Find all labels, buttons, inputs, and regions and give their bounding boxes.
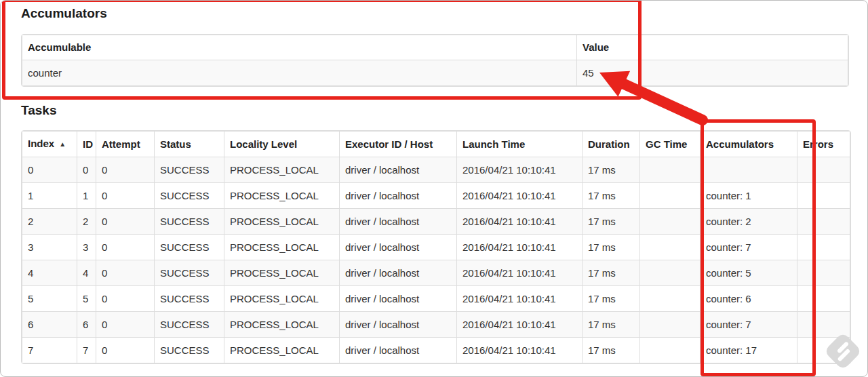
column-header-label: Launch Time <box>462 138 525 150</box>
header-row: Index▲IDAttemptStatusLocality LevelExecu… <box>22 132 850 157</box>
cell-launch-time: 2016/04/21 10:10:41 <box>457 312 583 338</box>
column-header-accumulable[interactable]: Accumulable <box>22 35 577 60</box>
cell-attempt: 0 <box>96 183 155 209</box>
cell-errors <box>797 260 850 286</box>
cell-attempt: 0 <box>96 235 155 260</box>
column-header-label: Index <box>28 138 54 149</box>
cell-errors <box>797 183 850 209</box>
column-header-status[interactable]: Status <box>155 132 224 157</box>
cell-gc-time <box>640 209 701 235</box>
cell-id: 4 <box>77 260 96 286</box>
column-header-id[interactable]: ID <box>77 132 96 157</box>
cell-accumulators: counter: 6 <box>701 286 797 312</box>
table-row: 550SUCCESSPROCESS_LOCALdriver / localhos… <box>22 286 850 312</box>
cell-gc-time <box>640 183 701 209</box>
cell-locality-level: PROCESS_LOCAL <box>224 260 340 286</box>
cell-locality-level: PROCESS_LOCAL <box>224 312 340 338</box>
cell-launch-time: 2016/04/21 10:10:41 <box>457 209 583 235</box>
table-row: 440SUCCESSPROCESS_LOCALdriver / localhos… <box>22 260 850 286</box>
cell-gc-time <box>640 338 701 363</box>
cell-attempt: 0 <box>96 157 155 183</box>
cell-value: 45 <box>577 60 848 86</box>
cell-launch-time: 2016/04/21 10:10:41 <box>457 183 583 209</box>
cell-status: SUCCESS <box>155 286 224 312</box>
column-header-label: Accumulable <box>28 41 91 53</box>
cell-id: 2 <box>77 209 96 235</box>
cell-attempt: 0 <box>96 312 155 338</box>
column-header-label: Attempt <box>102 138 140 150</box>
cell-accumulators: counter: 2 <box>701 209 797 235</box>
cell-accumulators: counter: 7 <box>701 235 797 260</box>
cell-errors <box>797 286 850 312</box>
table-row: 220SUCCESSPROCESS_LOCALdriver / localhos… <box>22 209 850 235</box>
cell-accumulators: counter: 17 <box>701 338 797 363</box>
cell-index: 5 <box>22 286 77 312</box>
cell-index: 6 <box>22 312 77 338</box>
column-header-index[interactable]: Index▲ <box>22 132 77 157</box>
cell-status: SUCCESS <box>155 338 224 363</box>
cell-id: 6 <box>77 312 96 338</box>
column-header-label: Duration <box>588 138 630 150</box>
column-header-label: Locality Level <box>230 138 297 150</box>
cell-id: 3 <box>77 235 96 260</box>
cell-errors <box>797 157 850 183</box>
cell-locality-level: PROCESS_LOCAL <box>224 183 340 209</box>
accumulators-section-title: Accumulators <box>21 6 107 21</box>
cell-index: 0 <box>22 157 77 183</box>
column-header-attempt[interactable]: Attempt <box>96 132 155 157</box>
column-header-label: Errors <box>803 138 833 150</box>
cell-errors <box>797 235 850 260</box>
cell-accumulable: counter <box>22 60 577 86</box>
cell-accumulators <box>701 157 797 183</box>
cell-gc-time <box>640 286 701 312</box>
column-header-value[interactable]: Value <box>577 35 848 60</box>
cell-duration: 17 ms <box>583 235 640 260</box>
spark-ui-stage-page: Accumulators AccumulableValue counter45 … <box>0 0 868 377</box>
cell-gc-time <box>640 157 701 183</box>
cell-status: SUCCESS <box>155 157 224 183</box>
column-header-executor-id-host[interactable]: Executor ID / Host <box>340 132 457 157</box>
column-header-launch-time[interactable]: Launch Time <box>457 132 583 157</box>
cell-duration: 17 ms <box>583 286 640 312</box>
sort-ascending-icon: ▲ <box>59 140 66 148</box>
cell-accumulators: counter: 5 <box>701 260 797 286</box>
column-header-gc-time[interactable]: GC Time <box>640 132 701 157</box>
column-header-label: ID <box>83 138 93 150</box>
cell-gc-time <box>640 260 701 286</box>
cell-duration: 17 ms <box>583 312 640 338</box>
cell-executor-id-host: driver / localhost <box>340 183 457 209</box>
cell-locality-level: PROCESS_LOCAL <box>224 209 340 235</box>
cell-launch-time: 2016/04/21 10:10:41 <box>457 286 583 312</box>
column-header-accumulators[interactable]: Accumulators <box>701 132 797 157</box>
cell-duration: 17 ms <box>583 209 640 235</box>
column-header-locality-level[interactable]: Locality Level <box>224 132 340 157</box>
cell-errors <box>797 209 850 235</box>
cell-index: 3 <box>22 235 77 260</box>
cell-duration: 17 ms <box>583 183 640 209</box>
column-header-errors[interactable]: Errors <box>797 132 850 157</box>
tasks-section-title: Tasks <box>21 103 56 118</box>
cell-attempt: 0 <box>96 338 155 363</box>
cell-executor-id-host: driver / localhost <box>340 235 457 260</box>
table-row: 770SUCCESSPROCESS_LOCALdriver / localhos… <box>22 338 850 363</box>
cell-index: 7 <box>22 338 77 363</box>
cell-executor-id-host: driver / localhost <box>340 209 457 235</box>
cell-id: 0 <box>77 157 96 183</box>
table-row: 000SUCCESSPROCESS_LOCALdriver / localhos… <box>22 157 850 183</box>
cell-status: SUCCESS <box>155 260 224 286</box>
cell-id: 5 <box>77 286 96 312</box>
accumulators-table: AccumulableValue counter45 <box>21 34 849 87</box>
column-header-duration[interactable]: Duration <box>583 132 640 157</box>
cell-attempt: 0 <box>96 286 155 312</box>
header-row: AccumulableValue <box>22 35 848 60</box>
cell-gc-time <box>640 312 701 338</box>
cell-status: SUCCESS <box>155 209 224 235</box>
table-row: 660SUCCESSPROCESS_LOCALdriver / localhos… <box>22 312 850 338</box>
cell-status: SUCCESS <box>155 235 224 260</box>
table-row: counter45 <box>22 60 848 86</box>
tasks-table: Index▲IDAttemptStatusLocality LevelExecu… <box>21 130 851 364</box>
cell-gc-time <box>640 235 701 260</box>
cell-locality-level: PROCESS_LOCAL <box>224 286 340 312</box>
cell-attempt: 0 <box>96 209 155 235</box>
cell-errors <box>797 312 850 338</box>
